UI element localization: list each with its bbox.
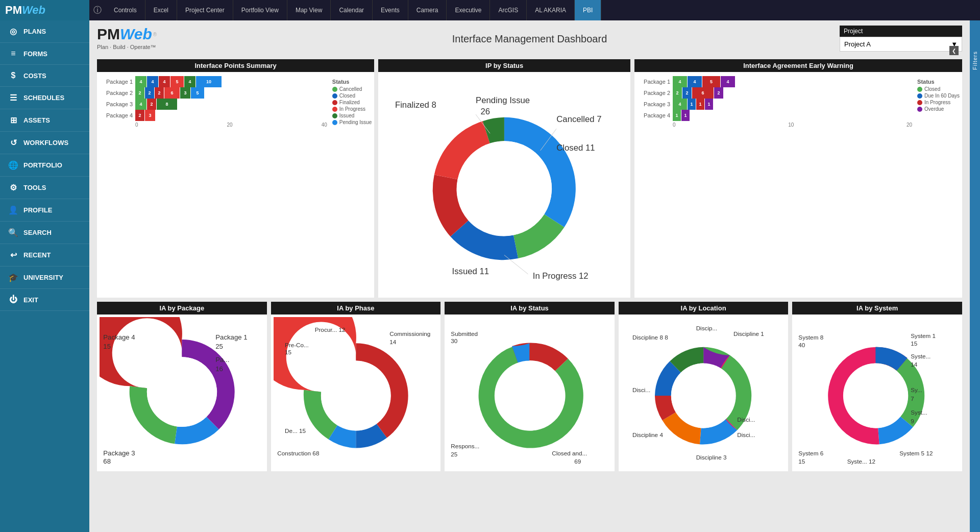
info-icon[interactable]: ⓘ bbox=[89, 5, 106, 16]
nav-item-pbi[interactable]: PBI bbox=[575, 0, 601, 20]
svg-text:25: 25 bbox=[451, 451, 458, 457]
nav-item-alakaria[interactable]: AL AKARIA bbox=[527, 0, 575, 20]
pmweb-logo: PM Web ® bbox=[97, 26, 385, 43]
ip-status-title: IP by Status bbox=[378, 59, 630, 72]
svg-text:16: 16 bbox=[215, 365, 223, 373]
label-closed: Closed 11 bbox=[556, 143, 595, 153]
project-select[interactable]: Project A ▼ bbox=[840, 37, 962, 52]
project-label: Project bbox=[840, 26, 962, 37]
svg-text:System 5 12: System 5 12 bbox=[900, 450, 933, 456]
university-icon: 🎓 bbox=[8, 273, 18, 282]
label-inprogress: In Progress 12 bbox=[533, 271, 589, 281]
ia-system-body: System 1 15 Syste... 14 System 8 40 Sy..… bbox=[792, 315, 962, 471]
ips-bars: Package 1 4 4 4 5 4 10 bbox=[100, 76, 327, 128]
exit-icon: ⏻ bbox=[8, 295, 18, 304]
filters-sidebar[interactable]: Filters bbox=[970, 20, 980, 532]
svg-text:Syst...: Syst... bbox=[911, 409, 928, 416]
svg-text:Discip...: Discip... bbox=[696, 325, 717, 331]
sidebar-item-forms[interactable]: ≡ FORMS bbox=[0, 43, 89, 65]
ia-location-body: Discipline 1 Discip... Discipline 8 8 Di… bbox=[619, 315, 789, 471]
ips-chart-body: Package 1 4 4 4 5 4 10 bbox=[97, 72, 374, 130]
nav-item-excel[interactable]: Excel bbox=[145, 0, 177, 20]
svg-text:Disci...: Disci... bbox=[737, 416, 755, 423]
sidebar-item-costs[interactable]: $ COSTS bbox=[0, 65, 89, 87]
ia-package-svg: Package 1 25 Pa... 16 Package 3 68 Packa… bbox=[100, 317, 264, 467]
nav-item-controls[interactable]: Controls bbox=[106, 0, 145, 20]
svg-text:7: 7 bbox=[911, 395, 915, 402]
nav-item-calendar[interactable]: Calendar bbox=[331, 0, 373, 20]
sidebar-item-portfolio[interactable]: 🌐 PORTFOLIO bbox=[0, 154, 89, 177]
ia-status-svg: Submitted 30 Respons... 25 Closed and...… bbox=[447, 317, 612, 467]
dashboard-main: PM Web ® Plan · Build · Operate™ Interfa… bbox=[89, 20, 970, 532]
ia-phase-body: Commissioning 14 Procur... 12 Pre-Co... … bbox=[271, 315, 441, 471]
sidebar-item-search[interactable]: 🔍 SEARCH bbox=[0, 222, 89, 244]
sidebar-item-tools[interactable]: ⚙ TOOLS bbox=[0, 177, 89, 199]
svg-text:Disci...: Disci... bbox=[737, 431, 755, 438]
forms-icon: ≡ bbox=[8, 49, 18, 58]
logo-pm: PM bbox=[97, 26, 120, 43]
svg-text:Commissioning: Commissioning bbox=[389, 330, 430, 337]
svg-text:14: 14 bbox=[389, 338, 397, 345]
search-icon: 🔍 bbox=[8, 228, 18, 237]
svg-text:Package 4: Package 4 bbox=[103, 333, 135, 341]
iae-bars: Package 1 4 4 5 4 Package 2 bbox=[637, 76, 912, 128]
donut-group bbox=[433, 117, 576, 260]
svg-text:30: 30 bbox=[451, 337, 458, 344]
sidebar-item-exit[interactable]: ⏻ EXIT bbox=[0, 289, 89, 311]
nav-item-camera[interactable]: Camera bbox=[408, 0, 447, 20]
project-selector-box: Project Project A ▼ bbox=[840, 26, 962, 52]
label-finalized: Finalized 8 bbox=[395, 100, 436, 110]
svg-text:9: 9 bbox=[911, 418, 915, 424]
interface-points-summary-panel: Interface Points Summary Package 1 4 4 4… bbox=[97, 59, 374, 298]
bar-row-pkg1: Package 1 4 4 4 5 4 10 bbox=[100, 76, 327, 87]
svg-point-0 bbox=[457, 141, 552, 236]
svg-text:14: 14 bbox=[911, 361, 918, 368]
ia-by-status-panel: IA by Status Submitted bbox=[445, 302, 615, 471]
nav-item-arcgis[interactable]: ArcGIS bbox=[490, 0, 527, 20]
ia-by-system-panel: IA by System Sy bbox=[792, 302, 962, 471]
svg-point-14 bbox=[321, 360, 390, 430]
iae-chart-body: Package 1 4 4 5 4 Package 2 bbox=[634, 72, 962, 130]
ia-system-title: IA by System bbox=[792, 302, 962, 315]
charts-row-1: Interface Points Summary Package 1 4 4 4… bbox=[97, 59, 962, 298]
ips-axis: 0 20 40 bbox=[100, 122, 327, 128]
iae-legend: Status Closed Due In 60 Days In Progress… bbox=[912, 76, 960, 128]
sidebar-item-assets[interactable]: ⊞ ASSETS bbox=[0, 109, 89, 132]
svg-text:Pa...: Pa... bbox=[215, 356, 229, 364]
top-navigation: PMWeb ⓘ Controls Excel Project Center Po… bbox=[0, 0, 980, 20]
nav-item-portfolio-view[interactable]: Portfolio View bbox=[233, 0, 287, 20]
content-area: ❮ PM Web ® Plan · Build · Operate™ Inter… bbox=[89, 20, 970, 532]
sidebar-item-schedules[interactable]: ☰ SCHEDULES bbox=[0, 87, 89, 109]
label-issued: Issued 11 bbox=[452, 267, 489, 276]
logo-reg: ® bbox=[153, 32, 157, 37]
nav-item-events[interactable]: Events bbox=[373, 0, 408, 20]
ia-system-svg: System 1 15 Syste... 14 System 8 40 Sy..… bbox=[795, 317, 960, 467]
filters-label: Filters bbox=[972, 51, 978, 70]
svg-text:Discipline 4: Discipline 4 bbox=[632, 431, 663, 438]
collapse-panel-button[interactable]: ❮ bbox=[949, 46, 959, 55]
sidebar-item-recent[interactable]: ↩ RECENT bbox=[0, 244, 89, 267]
ia-by-phase-panel: IA by Phase bbox=[271, 302, 441, 471]
workflows-icon: ↺ bbox=[8, 138, 18, 148]
svg-text:Discipline 3: Discipline 3 bbox=[696, 454, 726, 461]
profile-icon: 👤 bbox=[8, 205, 18, 215]
assets-icon: ⊞ bbox=[8, 115, 18, 125]
ia-status-title: IA by Status bbox=[445, 302, 615, 315]
svg-text:15: 15 bbox=[911, 340, 918, 347]
svg-text:Construction 68: Construction 68 bbox=[277, 450, 320, 456]
ew-axis: 0 10 20 bbox=[637, 122, 912, 128]
svg-text:De... 15: De... 15 bbox=[285, 427, 306, 434]
sidebar-item-workflows[interactable]: ↺ WORKFLOWS bbox=[0, 132, 89, 154]
sidebar: ◎ PLANS ≡ FORMS $ COSTS ☰ SCHEDULES ⊞ AS… bbox=[0, 20, 89, 532]
nav-item-executive[interactable]: Executive bbox=[447, 0, 490, 20]
ia-location-title: IA by Location bbox=[619, 302, 789, 315]
sidebar-item-university[interactable]: 🎓 UNIVERSITY bbox=[0, 267, 89, 289]
sidebar-item-profile[interactable]: 👤 PROFILE bbox=[0, 199, 89, 222]
costs-icon: $ bbox=[8, 71, 18, 80]
nav-item-map-view[interactable]: Map View bbox=[287, 0, 331, 20]
svg-point-5 bbox=[147, 357, 217, 427]
nav-item-project-center[interactable]: Project Center bbox=[177, 0, 233, 20]
ia-phase-title: IA by Phase bbox=[271, 302, 441, 315]
sidebar-item-plans[interactable]: ◎ PLANS bbox=[0, 20, 89, 43]
svg-text:Closed and...: Closed and... bbox=[552, 450, 587, 456]
